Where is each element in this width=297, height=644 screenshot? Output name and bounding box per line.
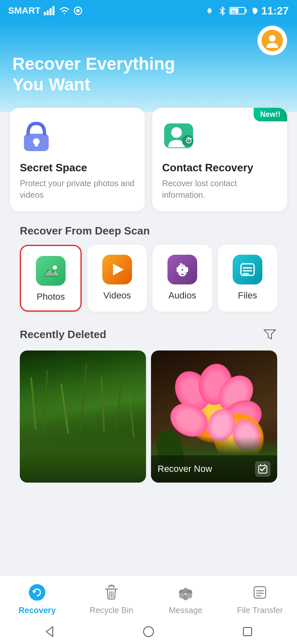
home-button[interactable] <box>142 625 155 638</box>
scan-item-photos[interactable]: Photos <box>20 245 82 312</box>
videos-label: Videos <box>104 290 131 301</box>
eye-icon <box>204 6 215 15</box>
bluetooth-icon <box>219 6 226 15</box>
photo-item-grass[interactable] <box>20 350 146 483</box>
wifi-icon <box>59 6 70 15</box>
message-nav-icon <box>175 582 196 603</box>
back-button[interactable] <box>43 625 56 638</box>
avatar-button[interactable] <box>257 26 287 55</box>
svg-point-29 <box>29 584 45 601</box>
contact-recovery-card[interactable]: New!! ⏱ Contact Recovery Recover lost co… <box>152 108 287 211</box>
message-nav-label: Message <box>169 606 202 615</box>
filter-icon <box>262 327 277 341</box>
svg-point-22 <box>181 270 184 274</box>
secret-space-title: Secret Space <box>20 161 135 174</box>
secret-space-desc: Protect your private photos and videos <box>20 178 135 201</box>
contact-recovery-desc: Recover lost contact information. <box>162 178 277 201</box>
audios-icon <box>167 255 197 284</box>
back-icon <box>43 625 56 638</box>
scan-item-videos[interactable]: Videos <box>87 245 147 312</box>
cards-row: Secret Space Protect your private photos… <box>10 108 287 211</box>
audios-label: Audios <box>168 290 196 301</box>
scan-item-audios[interactable]: Audios <box>153 245 212 312</box>
file-transfer-nav-icon <box>249 582 271 603</box>
nav-item-recycle-bin[interactable]: Recycle Bin <box>74 582 148 615</box>
home-icon <box>142 625 155 638</box>
photo-grid: Recover Now <box>10 350 287 483</box>
recover-now-overlay[interactable]: Recover Now <box>151 455 277 483</box>
person-icon <box>265 33 280 48</box>
carrier-label: SMART <box>8 5 40 16</box>
svg-point-39 <box>186 593 192 599</box>
file-transfer-nav-label: File Transfer <box>237 606 283 615</box>
leaf-icon <box>251 6 258 15</box>
recovery-nav-icon <box>26 582 48 603</box>
recently-deleted-title: Recently Deleted <box>20 328 106 341</box>
nav-item-message[interactable]: Message <box>148 582 223 615</box>
bottom-nav: Recovery Recycle Bin <box>0 575 297 619</box>
svg-marker-44 <box>46 627 53 637</box>
filter-button[interactable] <box>262 327 277 343</box>
svg-point-5 <box>76 9 80 12</box>
scan-item-files[interactable]: Files <box>218 245 277 312</box>
recovery-nav-label: Recovery <box>19 606 56 615</box>
recycle-bin-nav-label: Recycle Bin <box>90 606 133 615</box>
scan-grid: Photos Videos Audios <box>10 245 287 312</box>
files-label: Files <box>238 290 257 301</box>
new-badge: New!! <box>254 108 287 121</box>
svg-rect-3 <box>52 6 54 15</box>
secret-space-card[interactable]: Secret Space Protect your private photos… <box>10 108 145 211</box>
nav-item-file-transfer[interactable]: File Transfer <box>223 582 297 615</box>
battery-icon: 52 <box>229 6 248 15</box>
files-icon <box>233 255 262 284</box>
svg-point-16 <box>171 127 182 138</box>
svg-text:52: 52 <box>232 9 236 14</box>
svg-point-19 <box>53 265 57 270</box>
svg-point-45 <box>144 627 153 637</box>
svg-point-6 <box>208 9 211 12</box>
svg-rect-0 <box>44 12 46 15</box>
data-icon <box>73 6 82 15</box>
avatar-icon <box>262 30 283 51</box>
signal-icon <box>44 6 55 15</box>
header-area: Recover EverythingYou Want <box>0 21 297 112</box>
status-left: SMART <box>8 5 82 16</box>
system-nav <box>0 619 297 644</box>
cards-section: Secret Space Protect your private photos… <box>0 108 297 483</box>
videos-icon <box>102 255 132 284</box>
recover-now-text: Recover Now <box>158 464 212 474</box>
recently-deleted-header: Recently Deleted <box>10 327 287 343</box>
recents-button[interactable] <box>241 625 254 638</box>
photo-item-flowers[interactable]: Recover Now <box>151 350 277 483</box>
svg-marker-20 <box>113 264 124 275</box>
status-bar: SMART <box>0 0 297 21</box>
svg-point-11 <box>269 35 276 42</box>
contact-icon: ⏱ <box>162 119 195 152</box>
nav-item-recovery[interactable]: Recovery <box>0 582 74 615</box>
svg-rect-8 <box>245 9 247 12</box>
recover-icon <box>255 461 271 477</box>
time-label: 11:27 <box>262 5 289 17</box>
recents-icon <box>241 625 254 638</box>
header-title: Recover EverythingYou Want <box>12 54 210 95</box>
status-right: 52 11:27 <box>204 5 289 17</box>
svg-rect-40 <box>254 587 266 598</box>
svg-text:⏱: ⏱ <box>185 137 193 145</box>
deep-scan-label: Recover From Deep Scan <box>10 225 287 237</box>
svg-rect-46 <box>243 627 252 636</box>
svg-rect-1 <box>47 10 49 15</box>
contact-recovery-title: Contact Recovery <box>162 161 277 174</box>
photos-icon <box>36 256 66 286</box>
photos-label: Photos <box>37 291 65 302</box>
lock-icon <box>20 119 53 152</box>
svg-rect-14 <box>35 142 38 147</box>
svg-rect-2 <box>50 8 52 15</box>
recycle-bin-nav-icon <box>101 582 122 603</box>
